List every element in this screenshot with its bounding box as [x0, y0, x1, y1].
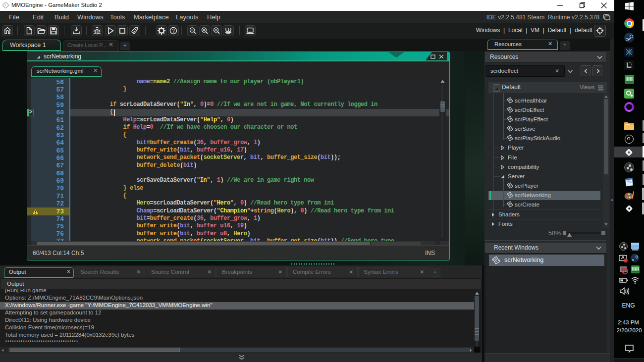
svg-text:?: ?	[172, 28, 175, 34]
